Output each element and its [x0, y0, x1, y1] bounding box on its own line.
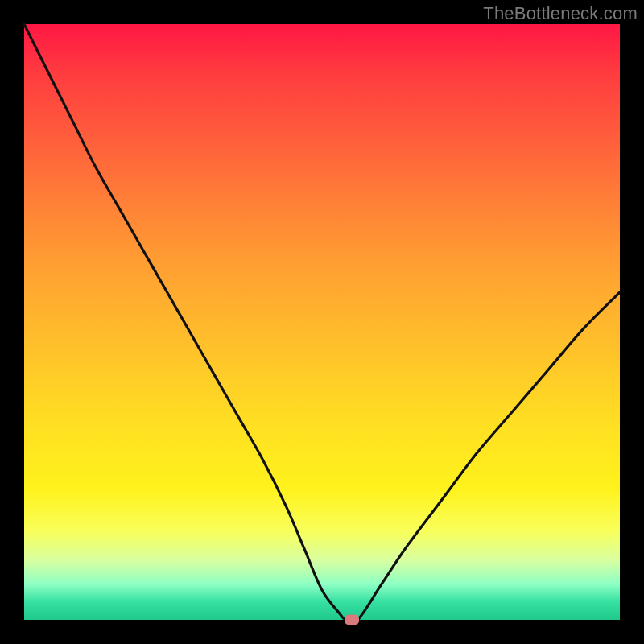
watermark-text: TheBottleneck.com [483, 3, 638, 24]
bottleneck-curve [24, 24, 620, 623]
chart-frame: TheBottleneck.com [0, 0, 644, 644]
plot-area [24, 24, 620, 620]
curve-svg [24, 24, 620, 620]
min-marker [345, 615, 359, 625]
